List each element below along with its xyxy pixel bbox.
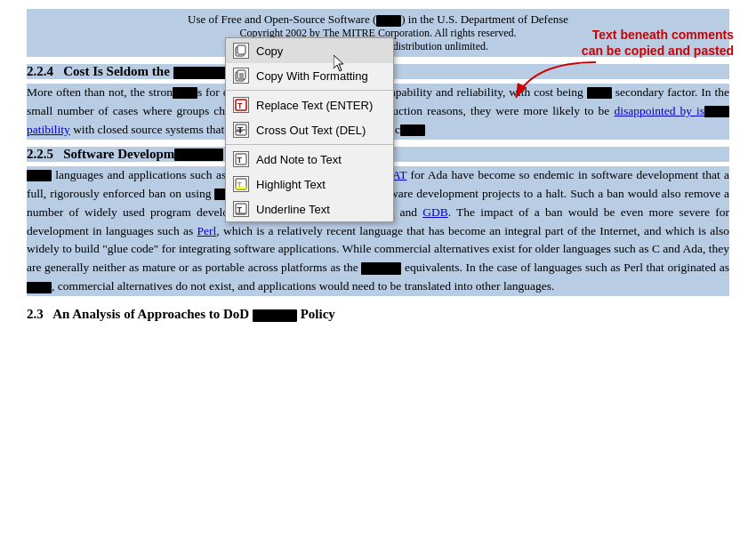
copy-format-icon (233, 68, 249, 84)
context-menu: Copy Copy With Formatting T (225, 37, 394, 222)
copy-icon (233, 43, 249, 59)
menu-item-highlight[interactable]: T Highlight Text (226, 172, 393, 197)
crossout-icon: T̶ (233, 122, 249, 138)
menu-separator-2 (226, 144, 393, 145)
menu-separator-1 (226, 90, 393, 91)
svg-rect-16 (236, 186, 246, 189)
svg-text:T̶: T̶ (236, 126, 244, 135)
menu-item-replace[interactable]: T Replace Text (ENTER) (226, 92, 393, 117)
link-compatibility[interactable]: patibility (27, 123, 70, 136)
replace-icon: T (233, 97, 249, 113)
svg-text:T: T (237, 156, 243, 165)
menu-item-crossout[interactable]: T̶ Cross Out Text (DEL) (226, 117, 393, 142)
svg-text:T: T (237, 101, 243, 110)
mouse-cursor (334, 55, 346, 73)
link-gdb[interactable]: GDB (422, 205, 448, 219)
menu-highlight-label: Highlight Text (256, 178, 326, 191)
redacted-14 (253, 309, 297, 322)
annotation-arrow (498, 58, 605, 111)
menu-item-underline[interactable]: T Underline Text (226, 197, 393, 221)
link-disappointed[interactable]: disappointed by is (614, 104, 704, 117)
menu-underline-label: Underline Text (256, 203, 330, 216)
menu-copy-label: Copy (256, 44, 283, 58)
svg-rect-1 (237, 45, 245, 54)
section-23-title: 2.3 An Analysis of Approaches to DoD Pol… (27, 303, 729, 322)
redacted-13 (27, 282, 52, 293)
menu-item-addnote[interactable]: T Add Note to Text (226, 147, 393, 172)
highlight-icon: T (233, 176, 249, 192)
menu-addnote-label: Add Note to Text (256, 153, 342, 166)
redacted-7 (704, 106, 729, 117)
annotation-container: Text beneath commentscan be copied and p… (578, 27, 738, 59)
menu-replace-label: Replace Text (ENTER) (256, 99, 373, 112)
document-title: Use of Free and Open-Source Software ( )… (34, 12, 722, 27)
addnote-icon: T (233, 151, 249, 167)
menu-item-copy-format[interactable]: Copy With Formatting (226, 63, 393, 88)
menu-crossout-label: Cross Out Text (DEL) (256, 124, 366, 137)
menu-copy-format-label: Copy With Formatting (256, 69, 368, 83)
annotation-text: Text beneath commentscan be copied and p… (578, 27, 738, 59)
underline-icon: T (233, 201, 249, 217)
link-perl[interactable]: Perl (197, 224, 217, 237)
redacted-12 (361, 262, 401, 275)
menu-item-copy[interactable]: Copy (226, 38, 393, 63)
redacted-title (376, 15, 401, 27)
redacted-3 (173, 87, 197, 99)
redacted-8 (400, 124, 425, 136)
page-content: Use of Free and Open-Source Software ( )… (0, 0, 756, 331)
redacted-9 (174, 149, 223, 161)
redacted-10 (27, 170, 52, 181)
